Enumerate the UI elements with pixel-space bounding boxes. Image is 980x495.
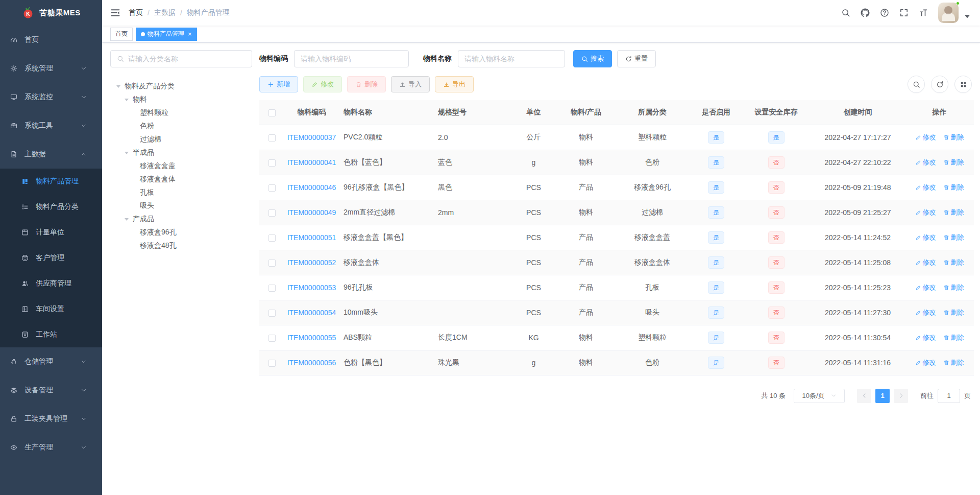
edit-button[interactable]: 修改 — [303, 76, 342, 92]
row-checkbox[interactable] — [268, 360, 276, 367]
row-checkbox[interactable] — [268, 234, 276, 242]
tab-home[interactable]: 首页 — [110, 28, 133, 41]
row-checkbox[interactable] — [268, 285, 276, 292]
sidebar-item-13[interactable]: 设备管理 — [0, 376, 102, 405]
github-icon[interactable] — [861, 8, 870, 17]
edit-row-link[interactable]: 修改 — [915, 183, 936, 192]
item-code-link[interactable]: ITEM00000055 — [287, 334, 336, 342]
edit-row-link[interactable]: 修改 — [915, 133, 936, 142]
tab-material-product-management[interactable]: 物料产品管理 × — [136, 28, 197, 41]
tree-node[interactable]: 物料及产品分类 — [110, 80, 252, 93]
material-name-input[interactable] — [458, 50, 565, 67]
edit-row-link[interactable]: 修改 — [915, 308, 936, 317]
add-button[interactable]: 新增 — [259, 76, 298, 92]
font-size-icon[interactable] — [919, 8, 928, 17]
item-code-link[interactable]: ITEM00000054 — [287, 309, 336, 317]
toggle-search-button[interactable] — [908, 76, 925, 93]
user-menu[interactable] — [938, 3, 972, 23]
tree-node[interactable]: 移液盒48孔 — [110, 239, 252, 252]
delete-row-link[interactable]: 删除 — [943, 283, 964, 292]
page-size-select[interactable]: 10条/页 — [794, 389, 845, 403]
row-checkbox[interactable] — [268, 209, 276, 217]
delete-row-link[interactable]: 删除 — [943, 258, 964, 267]
sidebar-item-5[interactable]: 物料产品管理 — [0, 169, 102, 194]
caret-down-icon[interactable] — [963, 12, 972, 21]
tree-expand-arrow-icon[interactable] — [125, 99, 129, 101]
select-all-checkbox[interactable] — [268, 109, 276, 116]
item-code-link[interactable]: ITEM00000052 — [287, 258, 336, 267]
tab-close-icon[interactable]: × — [188, 31, 192, 37]
sidebar-item-2[interactable]: 系统监控 — [0, 83, 102, 111]
item-code-link[interactable]: ITEM00000046 — [287, 183, 336, 192]
row-checkbox[interactable] — [268, 184, 276, 192]
item-code-link[interactable]: ITEM00000041 — [287, 158, 336, 167]
fullscreen-icon[interactable] — [899, 8, 909, 17]
sidebar-item-1[interactable]: 系统管理 — [0, 54, 102, 83]
tree-node[interactable]: 孔板 — [110, 186, 252, 199]
hamburger-icon[interactable] — [110, 8, 120, 18]
item-code-link[interactable]: ITEM00000037 — [287, 133, 336, 142]
import-button[interactable]: 导入 — [391, 76, 430, 92]
edit-row-link[interactable]: 修改 — [915, 358, 936, 367]
row-checkbox[interactable] — [268, 260, 276, 267]
avatar[interactable] — [938, 3, 959, 23]
edit-row-link[interactable]: 修改 — [915, 233, 936, 242]
prev-page-button[interactable] — [857, 389, 871, 403]
row-checkbox[interactable] — [268, 134, 276, 142]
tree-node[interactable]: 塑料颗粒 — [110, 106, 252, 120]
tree-node[interactable]: 物料 — [110, 93, 252, 106]
tree-expand-arrow-icon[interactable] — [125, 218, 129, 221]
edit-row-link[interactable]: 修改 — [915, 333, 936, 342]
item-code-link[interactable]: ITEM00000053 — [287, 284, 336, 292]
edit-row-link[interactable]: 修改 — [915, 158, 936, 167]
tree-node[interactable]: 产成品 — [110, 213, 252, 226]
item-code-link[interactable]: ITEM00000056 — [287, 359, 336, 367]
help-icon[interactable] — [880, 8, 889, 17]
row-checkbox[interactable] — [268, 335, 276, 342]
export-button[interactable]: 导出 — [435, 76, 474, 92]
delete-button[interactable]: 删除 — [347, 76, 386, 92]
delete-row-link[interactable]: 删除 — [943, 133, 964, 142]
sidebar-item-8[interactable]: 客户管理 — [0, 245, 102, 271]
sidebar-item-6[interactable]: 物料产品分类 — [0, 194, 102, 220]
row-checkbox[interactable] — [268, 159, 276, 167]
search-button[interactable]: 搜索 — [573, 50, 612, 67]
delete-row-link[interactable]: 删除 — [943, 233, 964, 242]
sidebar-item-11[interactable]: 工作站 — [0, 322, 102, 347]
tree-expand-arrow-icon[interactable] — [125, 152, 129, 154]
tree-node[interactable]: 吸头 — [110, 199, 252, 213]
edit-row-link[interactable]: 修改 — [915, 208, 936, 217]
sidebar-item-7[interactable]: 计量单位 — [0, 220, 102, 245]
next-page-button[interactable] — [894, 389, 908, 403]
tree-node[interactable]: 移液盒盒体 — [110, 173, 252, 186]
tree-node[interactable]: 半成品 — [110, 146, 252, 159]
sidebar-item-9[interactable]: 供应商管理 — [0, 271, 102, 296]
tree-node[interactable]: 移液盒96孔 — [110, 226, 252, 239]
reset-button[interactable]: 重置 — [617, 50, 656, 67]
material-code-input[interactable] — [294, 50, 409, 67]
goto-page-input[interactable] — [938, 389, 960, 403]
tree-node[interactable]: 过滤棉 — [110, 133, 252, 146]
tree-node[interactable]: 色粉 — [110, 120, 252, 133]
delete-row-link[interactable]: 删除 — [943, 358, 964, 367]
breadcrumb-home[interactable]: 首页 — [129, 8, 143, 17]
category-search-input[interactable] — [128, 55, 246, 63]
tree-expand-arrow-icon[interactable] — [116, 85, 120, 88]
edit-row-link[interactable]: 修改 — [915, 283, 936, 292]
sidebar-item-12[interactable]: 仓储管理 — [0, 347, 102, 376]
item-code-link[interactable]: ITEM00000051 — [287, 233, 336, 242]
row-checkbox[interactable] — [268, 310, 276, 317]
sidebar-item-14[interactable]: 工装夹具管理 — [0, 405, 102, 433]
delete-row-link[interactable]: 删除 — [943, 333, 964, 342]
current-page-button[interactable]: 1 — [875, 389, 890, 403]
sidebar-item-15[interactable]: 生产管理 — [0, 433, 102, 462]
refresh-table-button[interactable] — [931, 76, 948, 93]
delete-row-link[interactable]: 删除 — [943, 158, 964, 167]
delete-row-link[interactable]: 删除 — [943, 308, 964, 317]
delete-row-link[interactable]: 删除 — [943, 183, 964, 192]
sidebar-item-10[interactable]: 车间设置 — [0, 296, 102, 322]
app-logo[interactable]: K 苦糖果MES — [0, 0, 102, 26]
item-code-link[interactable]: ITEM00000049 — [287, 208, 336, 217]
sidebar-item-3[interactable]: 系统工具 — [0, 111, 102, 140]
sidebar-item-0[interactable]: 首页 — [0, 26, 102, 54]
